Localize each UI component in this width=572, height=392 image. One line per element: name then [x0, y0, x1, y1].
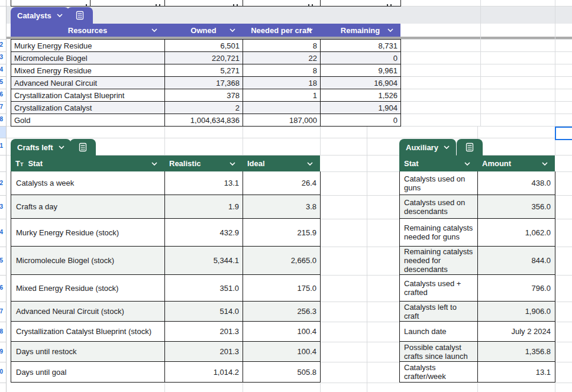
cell[interactable]: 26.4	[243, 171, 321, 195]
cell[interactable]: Catalysts used + crafted	[400, 275, 478, 302]
column-header-owned[interactable]: Owned	[164, 24, 243, 37]
cell[interactable]: 505.8	[243, 362, 321, 383]
cell[interactable]: 844.0	[478, 247, 555, 275]
cell[interactable]: Crystallization Catalyst	[11, 102, 165, 114]
cell[interactable]: 187,000	[243, 114, 321, 127]
gridline	[555, 219, 572, 219]
cell[interactable]: 438.0	[478, 171, 555, 195]
cell[interactable]: 514.0	[165, 302, 243, 322]
cell[interactable]: Catalysts used on guns	[400, 171, 478, 195]
cell[interactable]: 378	[165, 89, 243, 102]
cell[interactable]: 5,344.1	[165, 247, 243, 275]
gutter-gridline	[0, 51, 6, 52]
cell[interactable]: 1,062.0	[478, 219, 555, 247]
cell[interactable]: 201.3	[165, 322, 243, 342]
cell[interactable]: 256.3	[243, 302, 321, 322]
cell[interactable]: 1,356.8	[478, 342, 555, 362]
column-header-stat[interactable]: Stat	[399, 155, 477, 171]
cell[interactable]: Launch date	[400, 322, 478, 342]
cell[interactable]: 13.1	[478, 362, 555, 383]
table-chip-catalysts[interactable]: Catalysts	[11, 7, 69, 24]
column-header-resources[interactable]: Resources	[11, 24, 164, 37]
column-header-ideal[interactable]: Ideal	[243, 155, 320, 171]
cell[interactable]: Gold	[11, 114, 165, 127]
cell[interactable]: 2,665.0	[243, 247, 321, 275]
cell[interactable]: Catalysts used on descendants	[400, 195, 478, 219]
cell[interactable]: Mixed Energy Residue (stock)	[11, 275, 165, 302]
cell[interactable]: 17,368	[165, 77, 243, 89]
cell[interactable]: Advanced Neural Circuit (stock)	[11, 302, 165, 322]
cell[interactable]: 201.3	[165, 342, 243, 362]
cell[interactable]: 8,731	[321, 40, 401, 52]
gutter-gridline	[0, 342, 6, 342]
cell[interactable]: 8	[243, 64, 321, 77]
cell[interactable]: Possible catalyst crafts since launch	[400, 342, 478, 362]
gridline	[555, 302, 572, 302]
column-header-needed-per-craft[interactable]: Needed per craft	[243, 24, 320, 37]
cell[interactable]: Micromolecule Biogel (stock)	[11, 247, 165, 275]
cell[interactable]: 1.9	[165, 195, 243, 219]
table-body-catalysts: Murky Energy Residue6,50188,731Micromole…	[11, 39, 401, 127]
cell[interactable]: Mixed Energy Residue	[11, 64, 165, 77]
cell[interactable]: 0	[321, 52, 401, 64]
column-header-stat[interactable]: TTStat	[11, 155, 164, 171]
cell[interactable]: Murky Energy Residue	[11, 40, 165, 52]
cell[interactable]: 5,271	[165, 64, 243, 77]
calculator-icon	[79, 142, 87, 152]
gutter-border	[6, 0, 7, 392]
table-menu-button-crafts-left[interactable]	[70, 139, 96, 155]
cell[interactable]: 1,526	[321, 89, 401, 102]
column-header-label: Needed per craft	[251, 26, 312, 35]
cell[interactable]: 1	[243, 89, 321, 102]
cell[interactable]: Murky Energy Residue (stock)	[11, 219, 165, 247]
cell[interactable]: Micromolecule Biogel	[11, 52, 165, 64]
cell[interactable]: 0	[321, 114, 401, 127]
column-header-remaining[interactable]: Remaining	[320, 24, 400, 37]
cell[interactable]: 175.0	[243, 275, 321, 302]
table-menu-button-auxiliary[interactable]	[457, 139, 483, 155]
cell[interactable]: Days until goal	[11, 362, 165, 383]
row-header-gutter[interactable]: 23456781234567890	[0, 0, 6, 392]
column-header-amount[interactable]: Amount	[477, 155, 555, 171]
cell[interactable]: 432.9	[165, 219, 243, 247]
cell[interactable]: 356.0	[478, 195, 555, 219]
cell[interactable]: 351.0	[165, 275, 243, 302]
cell[interactable]: 1,906.0	[478, 302, 555, 322]
cell[interactable]: 1,004,634,836	[165, 114, 243, 127]
cell[interactable]: 1,014.2	[165, 362, 243, 383]
cell[interactable]: Catalysts left to craft	[400, 302, 478, 322]
cell[interactable]: 18	[243, 77, 321, 89]
cell[interactable]: Days until restock	[11, 342, 165, 362]
column-header-realistic[interactable]: Realistic	[164, 155, 243, 171]
table-chip-crafts-left[interactable]: Crafts left	[11, 139, 71, 155]
cell[interactable]: 9,961	[321, 64, 401, 77]
cell[interactable]: 13.1	[165, 171, 243, 195]
cell[interactable]: Catalysts crafter/week	[400, 362, 478, 383]
cell[interactable]: 22	[243, 52, 321, 64]
cell[interactable]: 8	[243, 40, 321, 52]
cell[interactable]: 2	[165, 102, 243, 114]
cell[interactable]: Crystallization Catalyst Blueprint	[11, 89, 165, 102]
cell[interactable]: 6,501	[165, 40, 243, 52]
cell[interactable]: July 2 2024	[478, 322, 555, 342]
cell[interactable]: 16,904	[321, 77, 401, 89]
cell[interactable]: 100.4	[243, 322, 321, 342]
cell[interactable]: Crafts a day	[11, 195, 165, 219]
selected-cell[interactable]	[555, 127, 572, 140]
cell[interactable]: 100.4	[243, 342, 321, 362]
table-chip-auxiliary[interactable]: Auxiliary	[399, 139, 456, 155]
cell[interactable]	[243, 102, 321, 114]
table-menu-button-catalysts[interactable]	[67, 7, 93, 24]
cell[interactable]: 3.8	[243, 195, 321, 219]
cell[interactable]: 215.9	[243, 219, 321, 247]
cell[interactable]: Crystallization Catalyst Blueprint (stoc…	[11, 322, 165, 342]
cell[interactable]: Catalysts a week	[11, 171, 165, 195]
cell[interactable]: Remaining catalysts needed for guns	[400, 219, 478, 247]
cell[interactable]: 796.0	[478, 275, 555, 302]
cell[interactable]: Advanced Neural Circuit	[11, 77, 165, 89]
cell[interactable]: 220,721	[165, 52, 243, 64]
gridline	[321, 322, 399, 322]
cell[interactable]: 1,904	[321, 102, 401, 114]
cell[interactable]: Remaining catalysts needed for descendan…	[400, 247, 478, 275]
gridline	[401, 39, 572, 40]
